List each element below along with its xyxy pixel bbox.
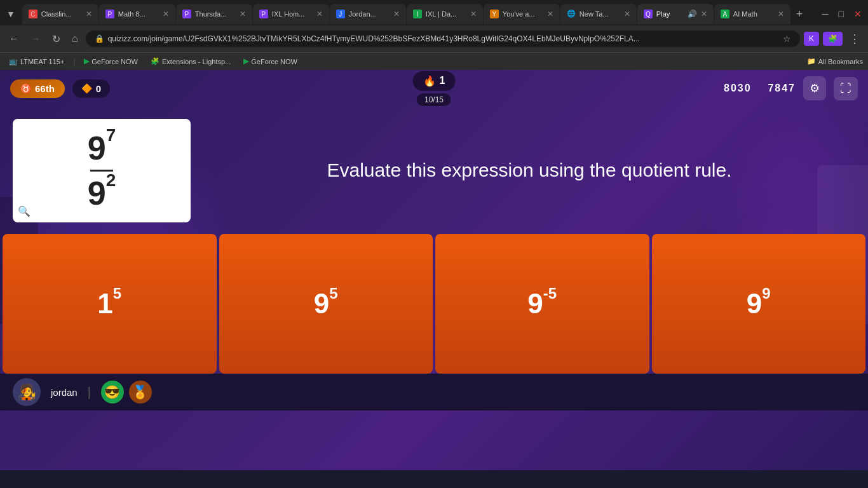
header-right: 8030 7847 ⚙ ⛶ [724,76,858,100]
answer-c-base: 9 [527,290,543,318]
math-fraction: 9 7 9 2 [88,132,116,210]
player-avatar: 🧑‍🎤 [13,378,41,406]
game-area: ♉ 66th 🔶 0 🔥 1 10/15 8030 7847 ⚙ [0,70,868,470]
tab-jordan-label: Jordan... [349,10,390,18]
bookmark-ltmeat[interactable]: 📺 LTMEAT 115+ [5,56,68,67]
tab-play[interactable]: Q Play 🔊 ✕ [637,4,714,24]
forward-button[interactable]: → [27,30,44,47]
score-display: 8030 7847 [724,83,796,94]
maximize-button[interactable]: □ [835,6,848,22]
fullscreen-button[interactable]: ⛶ [834,77,858,100]
rank-icon: ♉ [20,83,31,93]
progress-value: 10/15 [424,95,444,104]
player-badge-green: 😎 [101,381,124,403]
settings-button[interactable]: ⚙ [803,76,826,100]
answer-a-exp: 5 [113,286,121,301]
game-header: ♉ 66th 🔶 0 🔥 1 10/15 8030 7847 ⚙ [0,70,868,107]
close-button[interactable]: ✕ [850,6,865,22]
tab-aimath-close[interactable]: ✕ [778,10,784,18]
answer-c-button[interactable]: 9 -5 [435,234,649,374]
bookmark-geforce2[interactable]: ▶ GeForce NOW [240,56,301,67]
answer-d-button[interactable]: 9 9 [652,234,866,374]
tab-youve-close[interactable]: ✕ [547,10,553,18]
tab-list-button[interactable]: ▼ [3,6,19,22]
answer-c-text: 9 -5 [527,290,557,318]
back-button[interactable]: ← [5,30,23,47]
tab-jordan[interactable]: J Jordan... ✕ [330,4,406,24]
url-bar[interactable]: 🔒 ☆ [86,30,800,47]
tab-thursday[interactable]: P Thursda... ✕ [176,4,252,24]
tab-ixlhom[interactable]: P IXL Hom... ✕ [253,4,329,24]
header-center: 🔥 1 10/15 [413,71,456,106]
new-tab-button[interactable]: + [791,8,808,21]
tab-math8-close[interactable]: ✕ [163,10,169,18]
player-separator: | [88,385,91,400]
minimize-button[interactable]: ─ [818,6,832,22]
tab-bar: ▼ C Classlin... ✕ P Math 8... ✕ P Thursd… [0,0,868,25]
math-numerator: 9 7 [88,132,116,165]
coin-badge: 🔶 0 [72,79,110,98]
answer-d-text: 9 9 [747,290,771,318]
menu-button[interactable]: ⋮ [846,30,863,47]
bookmark-extensions[interactable]: 🧩 Extensions - Lightsp... [147,56,234,67]
tab-classlink-label: Classlin... [41,10,82,18]
geforce1-icon: ▶ [84,57,89,65]
question-area: 9 7 9 2 🔍 Evaluate this expression using… [0,107,868,234]
score2: 7847 [768,83,796,93]
numerator-base: 9 [88,132,106,165]
header-left: ♉ 66th 🔶 0 [10,79,110,98]
answer-b-button[interactable]: 9 5 [219,234,433,374]
tab-thursday-close[interactable]: ✕ [240,10,246,18]
streak-value: 1 [440,75,445,86]
zoom-icon[interactable]: 🔍 [18,205,31,217]
tab-newta[interactable]: 🌐 New Ta... ✕ [560,4,637,24]
tab-play-audio-icon[interactable]: 🔊 [688,10,697,18]
tab-aimath[interactable]: A AI Math ✕ [714,4,790,24]
tab-ixlhom-close[interactable]: ✕ [316,10,323,18]
question-text: Evaluate this expression using the quoti… [216,157,843,184]
url-input[interactable] [108,34,779,43]
bookmark-extensions-label: Extensions - Lightsp... [162,58,231,65]
streak-icon: 🔥 [423,75,436,87]
math-expression-card: 9 7 9 2 🔍 [13,119,191,222]
rank-value: 66th [35,83,55,94]
answer-a-text: 1 5 [97,290,121,318]
tab-classlink-close[interactable]: ✕ [86,10,92,18]
player-name: jordan [51,387,78,398]
tab-play-close[interactable]: ✕ [701,10,707,18]
reload-button[interactable]: ↻ [48,30,64,48]
bookmark-geforce1[interactable]: ▶ GeForce NOW [80,56,142,67]
answer-c-exp: -5 [543,286,557,301]
tab-math8[interactable]: P Math 8... ✕ [99,4,175,24]
math-denominator: 9 2 [88,177,116,210]
tab-ixldash-close[interactable]: ✕ [470,10,477,18]
answer-b-text: 9 5 [314,290,338,318]
tab-jordan-close[interactable]: ✕ [393,10,400,18]
tab-classlink[interactable]: C Classlin... ✕ [22,4,98,24]
tab-ixldash[interactable]: I IXL | Da... ✕ [407,4,483,24]
tab-play-label: Play [656,10,684,18]
rank-badge: ♉ 66th [10,79,65,98]
numerator-exp: 7 [106,126,116,144]
answer-a-button[interactable]: 1 5 [3,234,217,374]
home-button[interactable]: ⌂ [68,30,82,47]
tab-newta-close[interactable]: ✕ [624,10,630,18]
tab-bar-left: ▼ [3,6,19,22]
bookmark-geforce1-label: GeForce NOW [92,58,138,65]
answer-d-base: 9 [747,290,762,318]
tab-aimath-label: AI Math [733,10,774,18]
address-bar: ← → ↻ ⌂ 🔒 ☆ K 🧩 ⋮ [0,25,868,52]
tab-youve[interactable]: Y You've a... ✕ [484,4,560,24]
all-bookmarks-label: All Bookmarks [818,58,863,65]
bookmark-sep1: | [73,58,75,65]
profile-button[interactable]: 🧩 [823,32,843,46]
ltmeat-icon: 📺 [9,57,18,65]
all-bookmarks[interactable]: 📁 All Bookmarks [807,57,863,65]
player-badges: 😎 🏅 [101,381,152,403]
extensions-button[interactable]: K [804,32,819,46]
coin-value: 0 [96,83,101,94]
tab-ixlhom-label: IXL Hom... [272,10,313,18]
player-badge-brown: 🏅 [129,381,152,403]
progress-badge: 10/15 [417,93,451,106]
bookmark-star-icon[interactable]: ☆ [783,34,791,44]
